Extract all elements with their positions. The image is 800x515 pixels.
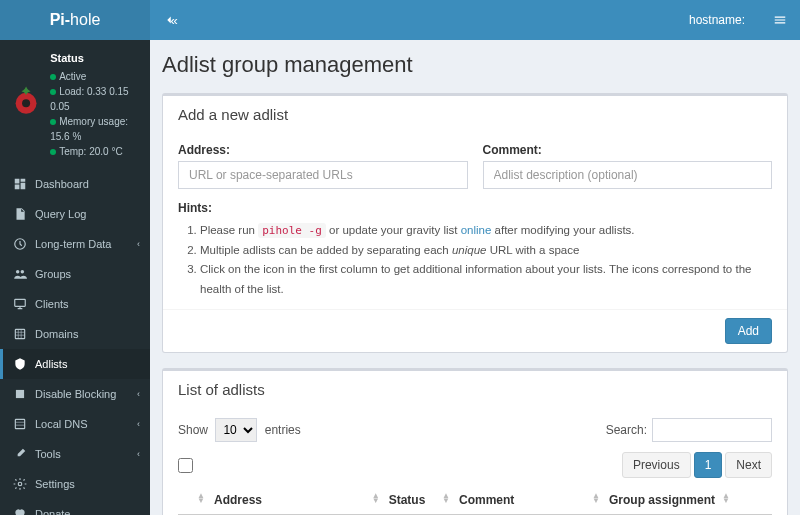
- col-checkbox[interactable]: ▲▼: [178, 486, 208, 515]
- hostname-label: hostname:: [674, 13, 760, 27]
- status-temp: Temp: 20.0 °C: [50, 144, 140, 159]
- sidebar-item-localdns[interactable]: Local DNS‹: [0, 409, 150, 439]
- col-status[interactable]: Status▲▼: [383, 486, 453, 515]
- sidebar-item-settings[interactable]: Settings: [0, 469, 150, 499]
- next-button-top[interactable]: Next: [725, 452, 772, 478]
- comment-label: Comment:: [483, 143, 773, 157]
- sidebar-item-dashboard[interactable]: Dashboard: [0, 169, 150, 199]
- list-adlists-box: List of adlists Show 10 entries Search:: [162, 368, 788, 515]
- col-address[interactable]: Address▲▼: [208, 486, 383, 515]
- status-title: Status: [50, 50, 140, 67]
- sidebar-item-querylog[interactable]: Query Log: [0, 199, 150, 229]
- svg-point-9: [18, 482, 22, 486]
- length-select[interactable]: 10: [215, 418, 257, 442]
- col-comment[interactable]: Comment▲▼: [453, 486, 603, 515]
- chevron-left-icon: ‹: [137, 419, 140, 429]
- page-1-top[interactable]: 1: [694, 452, 723, 478]
- search-label: Search:: [606, 423, 647, 437]
- svg-rect-8: [15, 419, 24, 428]
- chevron-left-icon: ‹: [137, 239, 140, 249]
- bars-icon[interactable]: [760, 0, 800, 40]
- sidebar-item-donate[interactable]: Donate: [0, 499, 150, 516]
- select-all-top[interactable]: [178, 458, 193, 473]
- hint-3: Click on the icon in the first column to…: [200, 260, 772, 299]
- comment-input[interactable]: [483, 161, 773, 189]
- page-title: Adlist group management: [162, 52, 788, 78]
- svg-rect-5: [15, 299, 26, 306]
- sidebar-item-longterm[interactable]: Long-term Data‹: [0, 229, 150, 259]
- table-length: Show 10 entries: [178, 418, 301, 442]
- search-input[interactable]: [652, 418, 772, 442]
- hint-2: Multiple adlists can be added by separat…: [200, 241, 772, 261]
- svg-point-1: [22, 100, 30, 108]
- status-active: Active: [50, 69, 140, 84]
- chevron-left-icon: ‹: [137, 389, 140, 399]
- sidebar-item-tools[interactable]: Tools‹: [0, 439, 150, 469]
- sidebar: Status Active Load: 0.33 0.15 0.05 Memor…: [0, 40, 150, 515]
- pihole-logo-icon: [10, 84, 42, 124]
- list-box-title: List of adlists: [163, 371, 787, 408]
- svg-point-3: [16, 269, 19, 273]
- online-link[interactable]: online: [461, 224, 492, 236]
- sidebar-item-domains[interactable]: Domains: [0, 319, 150, 349]
- address-label: Address:: [178, 143, 468, 157]
- sidebar-item-adlists[interactable]: Adlists: [0, 349, 150, 379]
- previous-button-top[interactable]: Previous: [622, 452, 691, 478]
- col-group[interactable]: Group assignment▲▼: [603, 486, 733, 515]
- svg-rect-6: [15, 329, 24, 338]
- add-button[interactable]: Add: [725, 318, 772, 344]
- sidebar-item-clients[interactable]: Clients: [0, 289, 150, 319]
- add-adlist-box: Add a new adlist Address: Comment: Hints…: [162, 93, 788, 353]
- hints-title: Hints:: [178, 201, 772, 215]
- status-memory: Memory usage: 15.6 %: [50, 114, 140, 144]
- col-actions: [733, 486, 772, 515]
- status-load: Load: 0.33 0.15 0.05: [50, 84, 140, 114]
- address-input[interactable]: [178, 161, 468, 189]
- brand-logo[interactable]: Pi-hole: [0, 0, 150, 40]
- hint-1: Please run pihole -g or update your grav…: [200, 221, 772, 241]
- svg-point-4: [21, 269, 24, 273]
- chevron-left-icon: ‹: [137, 449, 140, 459]
- add-box-title: Add a new adlist: [163, 96, 787, 133]
- sidebar-item-groups[interactable]: Groups: [0, 259, 150, 289]
- sidebar-item-disable[interactable]: Disable Blocking‹: [0, 379, 150, 409]
- svg-rect-7: [16, 389, 24, 397]
- sidebar-toggle[interactable]: «: [150, 0, 190, 40]
